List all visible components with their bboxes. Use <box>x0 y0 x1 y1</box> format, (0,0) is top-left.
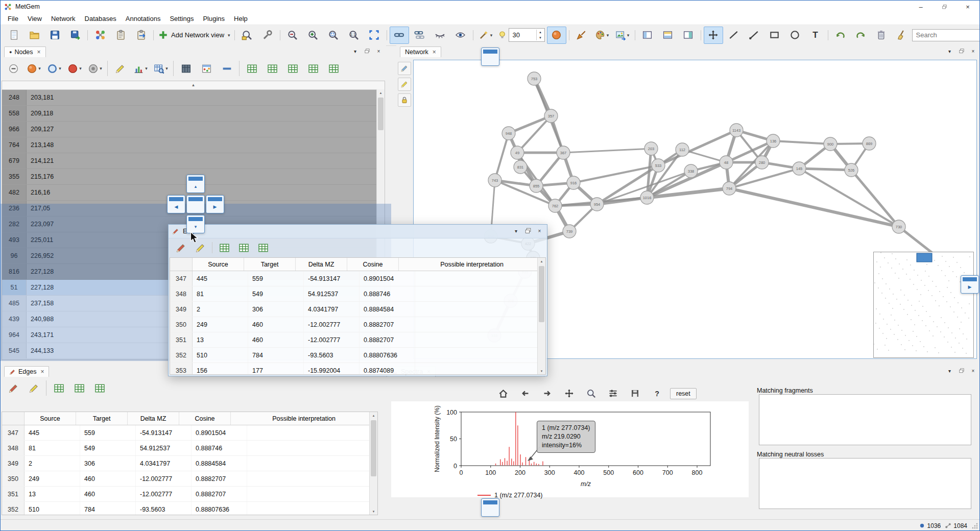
new-project-button[interactable] <box>4 27 23 44</box>
edges-table-row[interactable]: 350249460-12.0027770.8882707 <box>2 471 377 487</box>
show-edges-button[interactable] <box>390 27 409 44</box>
reset-button[interactable]: reset <box>670 388 697 399</box>
neighbors-radius-spinbox[interactable]: 30▴▾ <box>497 28 545 42</box>
scroll-up-icon[interactable]: ▴ <box>370 412 377 419</box>
palette-button[interactable]: ▾ <box>592 27 612 44</box>
nodes-table-row[interactable]: 248203,181 <box>2 90 385 106</box>
dock-indicator-network-top[interactable] <box>481 47 499 66</box>
floating-panel-titlebar[interactable]: Edges ▾ × <box>169 225 547 238</box>
zoom-button[interactable] <box>583 386 600 401</box>
node-color-button[interactable]: ▾ <box>24 60 43 77</box>
network-edge[interactable] <box>773 141 830 144</box>
menu-help[interactable]: Help <box>229 14 252 23</box>
edges-scrollbar[interactable]: ▴▾ <box>537 258 545 374</box>
import-metadata-button[interactable] <box>111 27 130 44</box>
network-node[interactable]: 526 <box>845 163 858 177</box>
table-view-1-button[interactable] <box>242 60 261 77</box>
edges-table-row[interactable]: 34923064.03417970.8884584 <box>2 456 377 471</box>
collapse-rows-button[interactable] <box>4 60 23 77</box>
edges-table-row[interactable]: 352510784-93.56030.88807636 <box>170 348 545 363</box>
add-network-view-button[interactable]: Add Network view▾ <box>156 27 232 44</box>
home-button[interactable] <box>495 386 512 401</box>
network-node[interactable]: 916 <box>567 176 580 189</box>
zoom-actual-button[interactable]: 1:1 <box>344 27 364 44</box>
table-view-5-button[interactable] <box>324 60 343 77</box>
network-node[interactable]: 869 <box>863 137 876 150</box>
network-node[interactable]: 753 <box>528 72 541 85</box>
ellipse-tool-button[interactable] <box>785 27 805 44</box>
network-node[interactable]: 739 <box>563 225 576 238</box>
clear-button[interactable] <box>892 27 912 44</box>
column-header[interactable]: Cosine <box>179 412 231 425</box>
scroll-thumb[interactable] <box>539 266 544 322</box>
menu-network[interactable]: Network <box>46 14 80 23</box>
network-node[interactable]: 136 <box>767 134 780 148</box>
column-header[interactable]: Target <box>244 258 296 271</box>
menu-databases[interactable]: Databases <box>80 14 121 23</box>
edge-view-3-button[interactable] <box>90 379 109 397</box>
network-minimap[interactable] <box>873 252 974 358</box>
nodes-table-row[interactable]: 679214,121 <box>2 153 385 169</box>
column-header[interactable]: Source <box>25 412 76 425</box>
edge-view-3-button[interactable] <box>254 240 272 255</box>
network-node[interactable]: 743 <box>488 174 501 187</box>
tab-edges[interactable]: Edges × <box>4 366 49 377</box>
import-group-mapping-button[interactable] <box>131 27 151 44</box>
column-header[interactable]: Source <box>193 258 244 271</box>
scroll-up-icon[interactable]: ▴ <box>538 258 545 264</box>
column-header[interactable]: Delta MZ <box>296 258 347 271</box>
column-header[interactable]: Delta MZ <box>128 412 179 425</box>
edges-scrollbar[interactable]: ▴▾ <box>369 412 377 515</box>
dock-float-button[interactable] <box>362 46 372 56</box>
edge-style-button[interactable] <box>410 27 429 44</box>
edges-table-row[interactable]: 3488154954.9125370.888746 <box>2 441 377 456</box>
zoom-out-button[interactable] <box>283 27 302 44</box>
annotate-pen-button[interactable] <box>398 62 411 75</box>
panel-right-button[interactable] <box>679 27 698 44</box>
dock-float-button[interactable] <box>957 366 966 375</box>
nodes-table-header[interactable]: ▴ <box>2 81 385 90</box>
network-node[interactable]: 357 <box>544 109 558 123</box>
node-size-button[interactable]: ▾ <box>85 60 105 77</box>
dock-menu-button[interactable]: ▾ <box>945 366 954 375</box>
scroll-down-icon[interactable]: ▾ <box>370 508 377 515</box>
minimap-viewport[interactable] <box>917 253 932 262</box>
network-node[interactable]: 762 <box>548 199 562 212</box>
color-by-button[interactable] <box>547 27 566 44</box>
spin-arrows[interactable]: ▴▾ <box>536 30 544 40</box>
pie-chart-button[interactable]: ▾ <box>131 60 150 77</box>
edge-view-1-button[interactable] <box>49 379 68 397</box>
restore-button[interactable] <box>933 1 956 13</box>
arrow-tool-button[interactable] <box>745 27 764 44</box>
edge-view-2-button[interactable] <box>234 240 253 255</box>
menu-annotations[interactable]: Annotations <box>121 14 165 23</box>
spin-up-icon[interactable]: ▴ <box>539 30 541 35</box>
tab-close-icon[interactable]: × <box>37 49 41 56</box>
network-node[interactable]: 338 <box>684 164 698 178</box>
edit-tool-button[interactable] <box>258 27 277 44</box>
matching-losses-box[interactable] <box>759 458 971 509</box>
edges-table-row[interactable]: 34923064.03417970.8884584 <box>170 302 545 317</box>
menu-file[interactable]: File <box>3 14 23 23</box>
hide-column-button[interactable] <box>217 60 236 77</box>
move-tool-button[interactable] <box>704 27 723 44</box>
pan-button[interactable] <box>561 386 578 401</box>
edges-table-row[interactable]: 350249460-12.0027770.8882707 <box>170 317 545 332</box>
text-tool-button[interactable]: T <box>806 27 825 44</box>
edges-table-row[interactable]: 35113460-12.0027770.8882707 <box>2 487 377 502</box>
network-node[interactable]: 367 <box>557 146 570 159</box>
network-node[interactable]: 203 <box>644 142 658 155</box>
dock-indicator-right[interactable]: ▶ <box>206 195 224 213</box>
configure-plot-button[interactable] <box>605 386 622 401</box>
edges-table-row[interactable]: 3488154954.9125370.888746 <box>170 286 545 302</box>
network-node[interactable]: 145 <box>793 162 806 175</box>
network-node[interactable]: 48 <box>720 156 733 169</box>
dock-close-button[interactable]: × <box>374 46 384 56</box>
network-edge[interactable] <box>495 133 509 180</box>
minimize-button[interactable]: – <box>909 1 933 13</box>
table-view-3-button[interactable] <box>283 60 302 77</box>
network-node[interactable]: 954 <box>590 198 604 211</box>
edit-edge-button[interactable] <box>172 240 190 255</box>
find-button[interactable] <box>237 27 257 44</box>
import-data-button[interactable] <box>90 27 110 44</box>
